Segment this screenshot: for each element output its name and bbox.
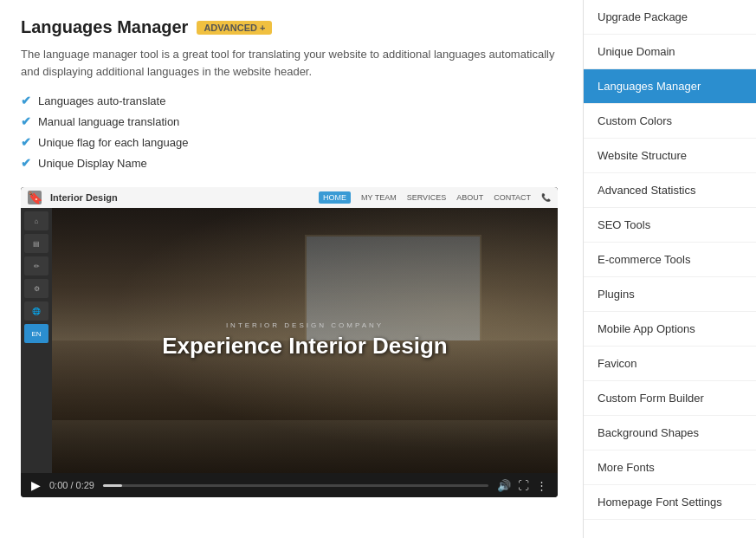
check-icon: ✔ [21,156,31,170]
browser-nav: HOME MY TEAM SERVICES ABOUT CONTACT 📞 [319,191,551,204]
feature-text: Unique flag for each language [38,136,188,149]
nav-about: ABOUT [456,193,483,202]
nav-contact: CONTACT [494,193,531,202]
ws-settings-icon: ⚙ [24,279,48,298]
ws-design-icon: ✏ [24,256,48,275]
fullscreen-icon[interactable]: ⛶ [518,479,529,492]
sidebar-item-upgrade-package[interactable]: Upgrade Package [584,0,756,35]
sidebar-item-advanced-statistics[interactable]: Advanced Statistics [584,173,756,208]
volume-icon[interactable]: 🔊 [497,479,511,492]
website-heading: Experience Interior Design [162,333,447,360]
check-icon: ✔ [21,114,31,128]
play-button[interactable]: ▶ [31,478,41,492]
video-container: 🔖 Interior Design HOME MY TEAM SERVICES … [21,187,558,497]
video-icons: 🔊 ⛶ ⋮ [497,479,547,492]
sidebar-item-seo-tools[interactable]: SEO Tools [584,208,756,243]
sidebar-item-more-fonts[interactable]: More Fonts [584,450,756,485]
nav-myteam: MY TEAM [361,193,397,202]
video-controls: ▶ 0:00 / 0:29 🔊 ⛶ ⋮ [21,473,558,497]
website-bg: INTERIOR DESIGN COMPANY Experience Inter… [52,208,558,473]
ws-home-icon: ⌂ [24,211,48,230]
feature-text: Languages auto-translate [38,94,165,107]
feature-item: ✔Languages auto-translate [21,94,562,107]
website-sidebar: ⌂ ▤ ✏ ⚙ 🌐 EN [21,208,52,473]
feature-text: Manual language translation [38,115,179,128]
progress-bar[interactable] [103,484,488,487]
ws-domain-icon: 🌐 [24,301,48,321]
check-icon: ✔ [21,135,31,149]
feature-item: ✔Manual language translation [21,114,562,128]
feature-item: ✔Unique flag for each language [21,135,562,149]
ws-lang-icon: EN [24,324,48,343]
check-icon: ✔ [21,94,31,107]
sidebar-item-website-structure[interactable]: Website Structure [584,139,756,173]
browser-favicon: 🔖 [28,191,42,204]
website-main: INTERIOR DESIGN COMPANY Experience Inter… [52,208,558,473]
sidebar-nav: Upgrade PackageUnique DomainLanguages Ma… [583,0,756,538]
advanced-badge: ADVANCED + [197,21,272,35]
nav-home: HOME [319,191,351,204]
sidebar-item-custom-form-builder[interactable]: Custom Form Builder [584,381,756,416]
website-text-overlay: INTERIOR DESIGN COMPANY Experience Inter… [162,321,447,360]
nav-services: SERVICES [407,193,446,202]
website-content: ⌂ ▤ ✏ ⚙ 🌐 EN [21,208,558,473]
page-header: Languages Manager ADVANCED + [21,17,562,37]
browser-bar: 🔖 Interior Design HOME MY TEAM SERVICES … [21,187,558,208]
video-frame: 🔖 Interior Design HOME MY TEAM SERVICES … [21,187,558,473]
sidebar-item-unique-domain[interactable]: Unique Domain [584,35,756,69]
sidebar-item-custom-colors[interactable]: Custom Colors [584,104,756,139]
sidebar-item-mobile-app-options[interactable]: Mobile App Options [584,312,756,347]
main-content: Languages Manager ADVANCED + The languag… [0,0,583,538]
more-icon[interactable]: ⋮ [536,479,547,492]
progress-fill [103,484,122,487]
sidebar-item-favicon[interactable]: Favicon [584,347,756,381]
video-mockup: 🔖 Interior Design HOME MY TEAM SERVICES … [21,187,558,473]
sidebar-item-homepage-font-settings[interactable]: Homepage Font Settings [584,485,756,520]
sidebar-item-ecommerce-tools[interactable]: E-commerce Tools [584,243,756,277]
website-subtitle: INTERIOR DESIGN COMPANY [162,321,447,329]
sidebar-item-background-shapes[interactable]: Background Shapes [584,416,756,450]
feature-item: ✔Unique Display Name [21,156,562,170]
browser-site-title: Interior Design [50,192,118,203]
feature-list: ✔Languages auto-translate✔Manual languag… [21,94,562,170]
sidebar-item-languages-manager[interactable]: Languages Manager [584,69,756,104]
sidebar-item-plugins[interactable]: Plugins [584,277,756,312]
page-title: Languages Manager [21,17,188,37]
nav-phone: 📞 [541,193,551,202]
feature-text: Unique Display Name [38,157,147,170]
ws-pages-icon: ▤ [24,234,48,253]
time-display: 0:00 / 0:29 [49,480,94,490]
page-description: The language manager tool is a great too… [21,46,562,80]
